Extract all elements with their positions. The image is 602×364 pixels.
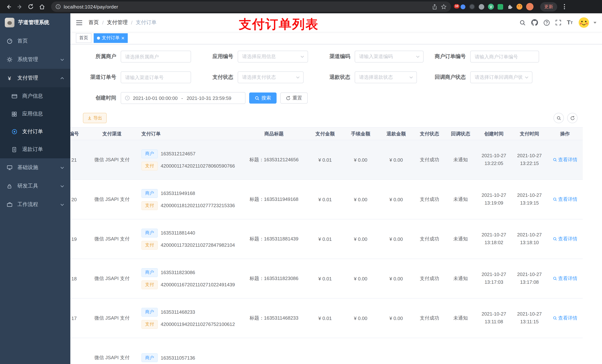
merchant-input[interactable] xyxy=(121,51,191,62)
sidebar-item-infrastructure[interactable]: 基础设施 xyxy=(0,158,70,177)
view-detail-link[interactable]: 查看详情 xyxy=(553,196,577,203)
cell-refund: ¥ 0.00 xyxy=(378,315,414,321)
cell-amount: ¥ 0.01 xyxy=(307,197,343,202)
tab-pay-order[interactable]: 支付订单 xyxy=(94,33,128,43)
avatar-caret-icon[interactable] xyxy=(593,22,596,23)
view-detail-link[interactable]: 查看详情 xyxy=(553,156,577,163)
app-select[interactable]: 请选择应用信息 xyxy=(238,51,308,62)
sidebar-item-refund-order[interactable]: 退款订单 xyxy=(0,141,70,158)
pay-tag: 支付 xyxy=(141,161,158,170)
extension-vue-icon[interactable]: V xyxy=(488,4,494,10)
help-icon[interactable] xyxy=(544,20,550,26)
payment-submenu: 商户信息 应用信息 支付订单 xyxy=(0,87,70,158)
chevron-down-icon xyxy=(414,55,420,58)
cell-title: 标题：1635312124656 xyxy=(241,156,307,163)
channel-order-no-label: 渠道订单号 xyxy=(70,74,121,81)
table-row[interactable]: 18 微信 JSAPI 支付 商户1635311823086 支付4200001… xyxy=(70,259,583,299)
font-size-icon[interactable]: TT xyxy=(567,19,573,26)
table-row[interactable]: 20 微信 JSAPI 支付 商户1635311949168 支付4200001… xyxy=(70,180,583,219)
browser-update-button[interactable]: 更新 xyxy=(540,2,557,11)
browser-menu-icon[interactable] xyxy=(564,4,565,9)
pay-tag: 支付 xyxy=(141,280,158,289)
search-icon[interactable] xyxy=(519,20,526,26)
refresh-icon[interactable] xyxy=(567,113,578,123)
cell-status: 支付成功 xyxy=(414,315,445,322)
table-row[interactable]: 17 微信 JSAPI 支付 商户1635311468233 支付4200001… xyxy=(70,299,583,338)
browser-forward-button[interactable] xyxy=(15,2,24,11)
cell-title: 标题：1635311949168 xyxy=(241,196,307,203)
sidebar-item-payment[interactable]: ¥ 支付管理 xyxy=(0,69,70,87)
bookmark-star-icon[interactable] xyxy=(441,4,447,10)
yen-icon: ¥ xyxy=(6,75,13,81)
table-row-partial[interactable]: 微信 JSAPI 支付 商户1635311057136 xyxy=(70,338,583,364)
search-button[interactable]: 搜索 xyxy=(249,93,277,104)
sidebar: 芋道管理系统 首页 系统管理 ¥ 支付管理 xyxy=(0,13,70,364)
chevron-down-icon xyxy=(298,55,304,58)
site-info-icon[interactable] xyxy=(55,4,61,9)
browser-profile-avatar[interactable] xyxy=(526,3,534,10)
merchant-order-no-input[interactable] xyxy=(470,51,539,62)
channel-code-select[interactable]: 请输入渠道编码 xyxy=(355,51,424,62)
user-avatar[interactable] xyxy=(578,17,589,28)
reset-button[interactable]: 重置 xyxy=(280,93,308,104)
view-detail-link[interactable]: 查看详情 xyxy=(553,275,577,282)
sidebar-item-label: 系统管理 xyxy=(17,56,38,63)
github-icon[interactable] xyxy=(531,19,538,26)
cell-order: 商户1635311057136 xyxy=(137,353,241,362)
annotation-title: 支付订单列表 xyxy=(239,16,319,33)
cell-title: 标题：1635311468233 xyxy=(241,315,307,322)
table-row[interactable]: 19 微信 JSAPI 支付 商户1635311881440 支付4200001… xyxy=(70,219,583,259)
browser-home-button[interactable] xyxy=(37,2,47,11)
hamburger-icon[interactable] xyxy=(76,20,83,25)
breadcrumb-home[interactable]: 首页 xyxy=(88,19,99,26)
share-icon[interactable] xyxy=(432,4,437,10)
extension-drop-icon[interactable] xyxy=(461,4,465,9)
channel-order-no: 4200001173202110272847982104 xyxy=(161,242,235,248)
view-detail-link[interactable]: 查看详情 xyxy=(553,315,577,322)
sidebar-item-dev-tools[interactable]: 研发工具 xyxy=(0,177,70,195)
sidebar-item-label: 商户信息 xyxy=(22,93,43,100)
fullscreen-icon[interactable] xyxy=(555,20,561,26)
table-row[interactable]: 21 微信 JSAPI 支付 商户1635312124657 支付4200001… xyxy=(70,140,583,180)
pay-tag: 支付 xyxy=(141,201,158,210)
sidebar-item-merchant-info[interactable]: 商户信息 xyxy=(0,87,70,105)
toggle-search-icon[interactable] xyxy=(553,113,564,123)
channel-order-no-input[interactable] xyxy=(121,71,191,83)
cell-fee: ¥ 0.00 xyxy=(343,157,378,163)
sidebar-item-home[interactable]: 首页 xyxy=(0,32,70,50)
app-logo-row[interactable]: 芋道管理系统 xyxy=(0,13,70,32)
extension-face-icon[interactable] xyxy=(516,4,522,10)
cell-action: 查看详情 xyxy=(547,315,583,322)
url-text: localhost:1024/pay/order xyxy=(64,4,118,10)
table-header: 编号 支付渠道 支付订单 商品标题 支付金额 手续金额 退款金额 支付状态 回调… xyxy=(70,127,583,140)
browser-reload-button[interactable] xyxy=(26,2,35,11)
chevron-down-icon xyxy=(60,58,64,61)
cell-notify: 未通知 xyxy=(445,156,476,163)
notify-status-select[interactable]: 请选择订单回调商户状态 xyxy=(470,71,532,83)
pay-status-label: 支付状态 xyxy=(191,74,238,81)
extension-gray-icon[interactable] xyxy=(479,4,484,10)
tab-home[interactable]: 首页 xyxy=(76,33,91,43)
column-header: 支付订单 xyxy=(137,130,241,137)
sidebar-item-system[interactable]: 系统管理 xyxy=(0,50,70,69)
pay-status-select[interactable]: 请选择支付状态 xyxy=(238,71,304,83)
extension-green-square-icon[interactable] xyxy=(498,4,503,10)
sidebar-item-workflow[interactable]: 工作流程 xyxy=(0,195,70,214)
column-header: 操作 xyxy=(547,130,583,137)
create-time-range-picker[interactable]: 2021-10-01 00:00:00 - 2021-10-31 23:59:5… xyxy=(121,92,246,104)
view-detail-link[interactable]: 查看详情 xyxy=(553,236,577,242)
sidebar-item-app-info[interactable]: 应用信息 xyxy=(0,105,70,123)
extensions-puzzle-icon[interactable] xyxy=(507,4,513,10)
extension-dark-icon[interactable] xyxy=(469,4,475,10)
extension-badge: 10 xyxy=(454,4,460,9)
browser-back-button[interactable] xyxy=(4,2,13,11)
cell-channel: 微信 JSAPI 支付 xyxy=(87,275,137,282)
clock-icon xyxy=(125,95,130,101)
breadcrumb-payment[interactable]: 支付管理 xyxy=(107,19,128,26)
close-icon[interactable] xyxy=(121,36,124,39)
refund-status-select[interactable]: 请选择退款状态 xyxy=(355,71,417,83)
document-icon xyxy=(11,146,17,153)
export-button[interactable]: 导出 xyxy=(83,113,107,123)
browser-address-bar[interactable]: localhost:1024/pay/order xyxy=(51,1,451,12)
sidebar-item-pay-order[interactable]: 支付订单 xyxy=(0,123,70,141)
